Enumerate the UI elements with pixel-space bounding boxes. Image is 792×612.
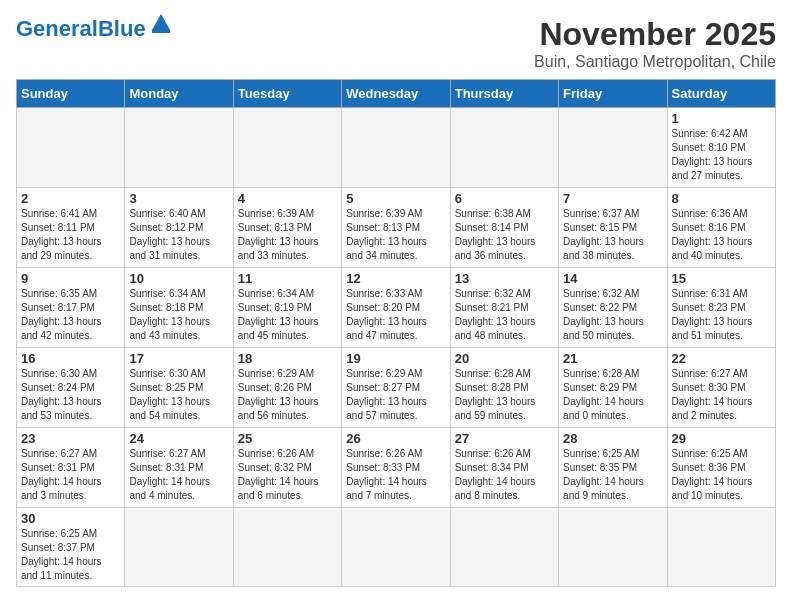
calendar-body: 1Sunrise: 6:42 AM Sunset: 8:10 PM Daylig… — [17, 108, 776, 587]
day-number: 13 — [455, 271, 554, 286]
calendar-header: SundayMondayTuesdayWednesdayThursdayFrid… — [17, 80, 776, 108]
day-number: 7 — [563, 191, 662, 206]
day-cell: 25Sunrise: 6:26 AM Sunset: 8:32 PM Dayli… — [233, 428, 341, 508]
day-number: 23 — [21, 431, 120, 446]
day-cell: 28Sunrise: 6:25 AM Sunset: 8:35 PM Dayli… — [559, 428, 667, 508]
day-cell: 24Sunrise: 6:27 AM Sunset: 8:31 PM Dayli… — [125, 428, 233, 508]
day-number: 8 — [672, 191, 771, 206]
day-info: Sunrise: 6:34 AM Sunset: 8:18 PM Dayligh… — [129, 287, 228, 343]
day-number: 16 — [21, 351, 120, 366]
day-cell: 22Sunrise: 6:27 AM Sunset: 8:30 PM Dayli… — [667, 348, 775, 428]
day-number: 11 — [238, 271, 337, 286]
day-info: Sunrise: 6:26 AM Sunset: 8:33 PM Dayligh… — [346, 447, 445, 503]
day-cell: 19Sunrise: 6:29 AM Sunset: 8:27 PM Dayli… — [342, 348, 450, 428]
day-number: 15 — [672, 271, 771, 286]
logo: GeneralBlue — [16, 16, 172, 42]
day-number: 1 — [672, 111, 771, 126]
calendar-table: SundayMondayTuesdayWednesdayThursdayFrid… — [16, 79, 776, 587]
svg-rect-1 — [152, 30, 170, 33]
day-info: Sunrise: 6:27 AM Sunset: 8:30 PM Dayligh… — [672, 367, 771, 423]
day-info: Sunrise: 6:30 AM Sunset: 8:25 PM Dayligh… — [129, 367, 228, 423]
day-info: Sunrise: 6:31 AM Sunset: 8:23 PM Dayligh… — [672, 287, 771, 343]
day-number: 9 — [21, 271, 120, 286]
day-number: 4 — [238, 191, 337, 206]
day-number: 21 — [563, 351, 662, 366]
day-info: Sunrise: 6:42 AM Sunset: 8:10 PM Dayligh… — [672, 127, 771, 183]
svg-marker-0 — [152, 14, 170, 30]
day-number: 6 — [455, 191, 554, 206]
day-cell: 5Sunrise: 6:39 AM Sunset: 8:13 PM Daylig… — [342, 188, 450, 268]
day-cell: 4Sunrise: 6:39 AM Sunset: 8:13 PM Daylig… — [233, 188, 341, 268]
day-cell: 8Sunrise: 6:36 AM Sunset: 8:16 PM Daylig… — [667, 188, 775, 268]
day-number: 20 — [455, 351, 554, 366]
logo-text: GeneralBlue — [16, 18, 146, 40]
day-cell: 17Sunrise: 6:30 AM Sunset: 8:25 PM Dayli… — [125, 348, 233, 428]
day-cell: 1Sunrise: 6:42 AM Sunset: 8:10 PM Daylig… — [667, 108, 775, 188]
header-cell-wednesday: Wednesday — [342, 80, 450, 108]
day-cell: 18Sunrise: 6:29 AM Sunset: 8:26 PM Dayli… — [233, 348, 341, 428]
day-cell — [559, 508, 667, 587]
day-cell: 16Sunrise: 6:30 AM Sunset: 8:24 PM Dayli… — [17, 348, 125, 428]
header-cell-monday: Monday — [125, 80, 233, 108]
day-info: Sunrise: 6:25 AM Sunset: 8:35 PM Dayligh… — [563, 447, 662, 503]
day-info: Sunrise: 6:26 AM Sunset: 8:34 PM Dayligh… — [455, 447, 554, 503]
day-info: Sunrise: 6:32 AM Sunset: 8:21 PM Dayligh… — [455, 287, 554, 343]
day-cell: 6Sunrise: 6:38 AM Sunset: 8:14 PM Daylig… — [450, 188, 558, 268]
day-cell: 10Sunrise: 6:34 AM Sunset: 8:18 PM Dayli… — [125, 268, 233, 348]
day-cell: 23Sunrise: 6:27 AM Sunset: 8:31 PM Dayli… — [17, 428, 125, 508]
day-number: 28 — [563, 431, 662, 446]
header: GeneralBlue November 2025 Buin, Santiago… — [16, 16, 776, 71]
day-info: Sunrise: 6:37 AM Sunset: 8:15 PM Dayligh… — [563, 207, 662, 263]
day-info: Sunrise: 6:26 AM Sunset: 8:32 PM Dayligh… — [238, 447, 337, 503]
header-row: SundayMondayTuesdayWednesdayThursdayFrid… — [17, 80, 776, 108]
day-cell: 20Sunrise: 6:28 AM Sunset: 8:28 PM Dayli… — [450, 348, 558, 428]
day-cell — [233, 508, 341, 587]
day-number: 17 — [129, 351, 228, 366]
day-cell: 3Sunrise: 6:40 AM Sunset: 8:12 PM Daylig… — [125, 188, 233, 268]
day-number: 29 — [672, 431, 771, 446]
day-cell — [342, 508, 450, 587]
day-cell: 9Sunrise: 6:35 AM Sunset: 8:17 PM Daylig… — [17, 268, 125, 348]
day-number: 27 — [455, 431, 554, 446]
day-cell — [559, 108, 667, 188]
day-cell: 26Sunrise: 6:26 AM Sunset: 8:33 PM Dayli… — [342, 428, 450, 508]
day-number: 3 — [129, 191, 228, 206]
day-info: Sunrise: 6:41 AM Sunset: 8:11 PM Dayligh… — [21, 207, 120, 263]
header-cell-tuesday: Tuesday — [233, 80, 341, 108]
day-cell: 12Sunrise: 6:33 AM Sunset: 8:20 PM Dayli… — [342, 268, 450, 348]
day-cell — [342, 108, 450, 188]
day-info: Sunrise: 6:27 AM Sunset: 8:31 PM Dayligh… — [129, 447, 228, 503]
week-row-5: 30Sunrise: 6:25 AM Sunset: 8:37 PM Dayli… — [17, 508, 776, 587]
location-title: Buin, Santiago Metropolitan, Chile — [534, 53, 776, 71]
day-cell: 29Sunrise: 6:25 AM Sunset: 8:36 PM Dayli… — [667, 428, 775, 508]
day-info: Sunrise: 6:25 AM Sunset: 8:37 PM Dayligh… — [21, 527, 120, 583]
day-number: 5 — [346, 191, 445, 206]
week-row-0: 1Sunrise: 6:42 AM Sunset: 8:10 PM Daylig… — [17, 108, 776, 188]
day-number: 25 — [238, 431, 337, 446]
day-info: Sunrise: 6:27 AM Sunset: 8:31 PM Dayligh… — [21, 447, 120, 503]
day-info: Sunrise: 6:36 AM Sunset: 8:16 PM Dayligh… — [672, 207, 771, 263]
day-number: 26 — [346, 431, 445, 446]
day-number: 10 — [129, 271, 228, 286]
day-cell — [17, 108, 125, 188]
day-info: Sunrise: 6:25 AM Sunset: 8:36 PM Dayligh… — [672, 447, 771, 503]
day-cell: 11Sunrise: 6:34 AM Sunset: 8:19 PM Dayli… — [233, 268, 341, 348]
day-cell: 21Sunrise: 6:28 AM Sunset: 8:29 PM Dayli… — [559, 348, 667, 428]
week-row-4: 23Sunrise: 6:27 AM Sunset: 8:31 PM Dayli… — [17, 428, 776, 508]
day-cell: 2Sunrise: 6:41 AM Sunset: 8:11 PM Daylig… — [17, 188, 125, 268]
day-info: Sunrise: 6:32 AM Sunset: 8:22 PM Dayligh… — [563, 287, 662, 343]
day-number: 19 — [346, 351, 445, 366]
day-cell: 13Sunrise: 6:32 AM Sunset: 8:21 PM Dayli… — [450, 268, 558, 348]
day-info: Sunrise: 6:28 AM Sunset: 8:28 PM Dayligh… — [455, 367, 554, 423]
day-info: Sunrise: 6:29 AM Sunset: 8:27 PM Dayligh… — [346, 367, 445, 423]
week-row-3: 16Sunrise: 6:30 AM Sunset: 8:24 PM Dayli… — [17, 348, 776, 428]
header-cell-thursday: Thursday — [450, 80, 558, 108]
day-cell — [125, 508, 233, 587]
day-cell: 7Sunrise: 6:37 AM Sunset: 8:15 PM Daylig… — [559, 188, 667, 268]
day-number: 14 — [563, 271, 662, 286]
day-cell: 14Sunrise: 6:32 AM Sunset: 8:22 PM Dayli… — [559, 268, 667, 348]
day-info: Sunrise: 6:30 AM Sunset: 8:24 PM Dayligh… — [21, 367, 120, 423]
day-info: Sunrise: 6:38 AM Sunset: 8:14 PM Dayligh… — [455, 207, 554, 263]
day-cell — [667, 508, 775, 587]
day-number: 2 — [21, 191, 120, 206]
